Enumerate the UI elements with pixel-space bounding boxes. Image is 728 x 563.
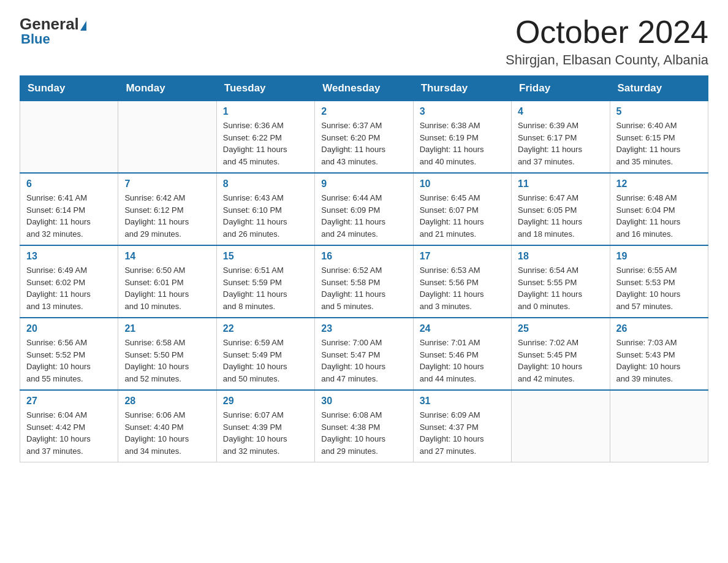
calendar-cell: 13Sunrise: 6:49 AM Sunset: 6:02 PM Dayli… [20, 245, 118, 318]
calendar-cell: 17Sunrise: 6:53 AM Sunset: 5:56 PM Dayli… [413, 245, 511, 318]
day-info: Sunrise: 6:41 AM Sunset: 6:14 PM Dayligh… [26, 192, 112, 240]
calendar-week-row: 1Sunrise: 6:36 AM Sunset: 6:22 PM Daylig… [20, 101, 708, 174]
calendar-cell: 28Sunrise: 6:06 AM Sunset: 4:40 PM Dayli… [118, 390, 216, 462]
day-info: Sunrise: 6:44 AM Sunset: 6:09 PM Dayligh… [321, 192, 406, 240]
calendar-cell: 31Sunrise: 6:09 AM Sunset: 4:37 PM Dayli… [413, 390, 511, 462]
day-info: Sunrise: 6:39 AM Sunset: 6:17 PM Dayligh… [518, 120, 603, 167]
location-title: Shirgjan, Elbasan County, Albania [506, 52, 708, 68]
day-info: Sunrise: 6:36 AM Sunset: 6:22 PM Dayligh… [223, 120, 308, 167]
day-info: Sunrise: 6:06 AM Sunset: 4:40 PM Dayligh… [124, 409, 210, 457]
day-info: Sunrise: 7:01 AM Sunset: 5:46 PM Dayligh… [420, 337, 505, 385]
calendar-cell: 20Sunrise: 6:56 AM Sunset: 5:52 PM Dayli… [20, 318, 118, 390]
day-info: Sunrise: 6:37 AM Sunset: 6:20 PM Dayligh… [321, 120, 406, 167]
calendar-week-row: 13Sunrise: 6:49 AM Sunset: 6:02 PM Dayli… [20, 245, 708, 318]
day-number: 10 [420, 178, 505, 190]
calendar-cell: 18Sunrise: 6:54 AM Sunset: 5:55 PM Dayli… [512, 245, 610, 318]
calendar-cell [118, 101, 216, 174]
day-info: Sunrise: 6:42 AM Sunset: 6:12 PM Dayligh… [124, 192, 210, 240]
calendar-week-row: 20Sunrise: 6:56 AM Sunset: 5:52 PM Dayli… [20, 318, 708, 390]
calendar-week-row: 27Sunrise: 6:04 AM Sunset: 4:42 PM Dayli… [20, 390, 708, 462]
day-number: 12 [616, 178, 702, 190]
weekday-header-saturday: Saturday [610, 76, 708, 101]
calendar-header-row: SundayMondayTuesdayWednesdayThursdayFrid… [20, 76, 708, 101]
day-number: 5 [616, 106, 702, 117]
calendar-cell: 8Sunrise: 6:43 AM Sunset: 6:10 PM Daylig… [216, 173, 314, 245]
day-info: Sunrise: 6:54 AM Sunset: 5:55 PM Dayligh… [518, 264, 603, 312]
day-number: 21 [124, 323, 210, 334]
day-number: 16 [321, 251, 406, 262]
day-info: Sunrise: 6:04 AM Sunset: 4:42 PM Dayligh… [26, 409, 112, 457]
day-number: 7 [124, 178, 210, 190]
day-number: 14 [124, 251, 210, 262]
day-info: Sunrise: 7:03 AM Sunset: 5:43 PM Dayligh… [616, 337, 702, 385]
day-info: Sunrise: 6:45 AM Sunset: 6:07 PM Dayligh… [420, 192, 505, 240]
day-info: Sunrise: 6:55 AM Sunset: 5:53 PM Dayligh… [616, 264, 702, 312]
day-info: Sunrise: 6:07 AM Sunset: 4:39 PM Dayligh… [223, 409, 308, 457]
calendar-cell [610, 390, 708, 462]
day-number: 11 [518, 178, 603, 190]
day-info: Sunrise: 7:02 AM Sunset: 5:45 PM Dayligh… [518, 337, 603, 385]
calendar-cell: 12Sunrise: 6:48 AM Sunset: 6:04 PM Dayli… [610, 173, 708, 245]
calendar-cell: 16Sunrise: 6:52 AM Sunset: 5:58 PM Dayli… [315, 245, 413, 318]
day-number: 31 [420, 396, 505, 407]
calendar-cell: 25Sunrise: 7:02 AM Sunset: 5:45 PM Dayli… [512, 318, 610, 390]
day-info: Sunrise: 6:43 AM Sunset: 6:10 PM Dayligh… [223, 192, 308, 240]
day-number: 30 [321, 396, 406, 407]
weekday-header-friday: Friday [512, 76, 610, 101]
calendar-cell: 14Sunrise: 6:50 AM Sunset: 6:01 PM Dayli… [118, 245, 216, 318]
weekday-header-monday: Monday [118, 76, 216, 101]
day-info: Sunrise: 6:48 AM Sunset: 6:04 PM Dayligh… [616, 192, 702, 240]
weekday-header-tuesday: Tuesday [216, 76, 314, 101]
calendar-cell: 22Sunrise: 6:59 AM Sunset: 5:49 PM Dayli… [216, 318, 314, 390]
page-header: General Blue October 2024 Shirgjan, Elba… [20, 15, 708, 68]
calendar-week-row: 6Sunrise: 6:41 AM Sunset: 6:14 PM Daylig… [20, 173, 708, 245]
day-info: Sunrise: 6:47 AM Sunset: 6:05 PM Dayligh… [518, 192, 603, 240]
day-info: Sunrise: 6:49 AM Sunset: 6:02 PM Dayligh… [26, 264, 112, 312]
day-number: 22 [223, 323, 308, 334]
day-number: 2 [321, 106, 406, 117]
day-number: 13 [26, 251, 112, 262]
day-number: 23 [321, 323, 406, 334]
calendar-cell: 27Sunrise: 6:04 AM Sunset: 4:42 PM Dayli… [20, 390, 118, 462]
calendar-cell: 29Sunrise: 6:07 AM Sunset: 4:39 PM Dayli… [216, 390, 314, 462]
day-info: Sunrise: 6:09 AM Sunset: 4:37 PM Dayligh… [420, 409, 505, 457]
calendar-cell: 7Sunrise: 6:42 AM Sunset: 6:12 PM Daylig… [118, 173, 216, 245]
calendar-cell: 19Sunrise: 6:55 AM Sunset: 5:53 PM Dayli… [610, 245, 708, 318]
day-number: 26 [616, 323, 702, 334]
calendar-cell: 11Sunrise: 6:47 AM Sunset: 6:05 PM Dayli… [512, 173, 610, 245]
day-info: Sunrise: 6:52 AM Sunset: 5:58 PM Dayligh… [321, 264, 406, 312]
calendar-cell [512, 390, 610, 462]
calendar-cell: 6Sunrise: 6:41 AM Sunset: 6:14 PM Daylig… [20, 173, 118, 245]
logo-triangle-icon [80, 21, 86, 31]
day-number: 6 [26, 178, 112, 190]
calendar-table: SundayMondayTuesdayWednesdayThursdayFrid… [20, 75, 708, 462]
calendar-cell: 2Sunrise: 6:37 AM Sunset: 6:20 PM Daylig… [315, 101, 413, 174]
weekday-header-sunday: Sunday [20, 76, 118, 101]
day-info: Sunrise: 6:59 AM Sunset: 5:49 PM Dayligh… [223, 337, 308, 385]
day-number: 1 [223, 106, 308, 117]
calendar-cell: 5Sunrise: 6:40 AM Sunset: 6:15 PM Daylig… [610, 101, 708, 174]
day-info: Sunrise: 6:58 AM Sunset: 5:50 PM Dayligh… [124, 337, 210, 385]
calendar-cell: 9Sunrise: 6:44 AM Sunset: 6:09 PM Daylig… [315, 173, 413, 245]
calendar-cell: 24Sunrise: 7:01 AM Sunset: 5:46 PM Dayli… [413, 318, 511, 390]
calendar-cell: 1Sunrise: 6:36 AM Sunset: 6:22 PM Daylig… [216, 101, 314, 174]
day-number: 8 [223, 178, 308, 190]
logo: General Blue [20, 15, 88, 47]
day-number: 18 [518, 251, 603, 262]
day-number: 9 [321, 178, 406, 190]
day-info: Sunrise: 6:50 AM Sunset: 6:01 PM Dayligh… [124, 264, 210, 312]
day-number: 17 [420, 251, 505, 262]
day-info: Sunrise: 6:53 AM Sunset: 5:56 PM Dayligh… [420, 264, 505, 312]
day-info: Sunrise: 6:51 AM Sunset: 5:59 PM Dayligh… [223, 264, 308, 312]
day-number: 19 [616, 251, 702, 262]
month-title: October 2024 [506, 15, 708, 50]
calendar-cell: 3Sunrise: 6:38 AM Sunset: 6:19 PM Daylig… [413, 101, 511, 174]
day-number: 15 [223, 251, 308, 262]
day-info: Sunrise: 6:38 AM Sunset: 6:19 PM Dayligh… [420, 120, 505, 167]
calendar-cell: 23Sunrise: 7:00 AM Sunset: 5:47 PM Dayli… [315, 318, 413, 390]
day-info: Sunrise: 6:08 AM Sunset: 4:38 PM Dayligh… [321, 409, 406, 457]
calendar-cell: 26Sunrise: 7:03 AM Sunset: 5:43 PM Dayli… [610, 318, 708, 390]
day-info: Sunrise: 7:00 AM Sunset: 5:47 PM Dayligh… [321, 337, 406, 385]
calendar-cell: 30Sunrise: 6:08 AM Sunset: 4:38 PM Dayli… [315, 390, 413, 462]
calendar-cell [20, 101, 118, 174]
